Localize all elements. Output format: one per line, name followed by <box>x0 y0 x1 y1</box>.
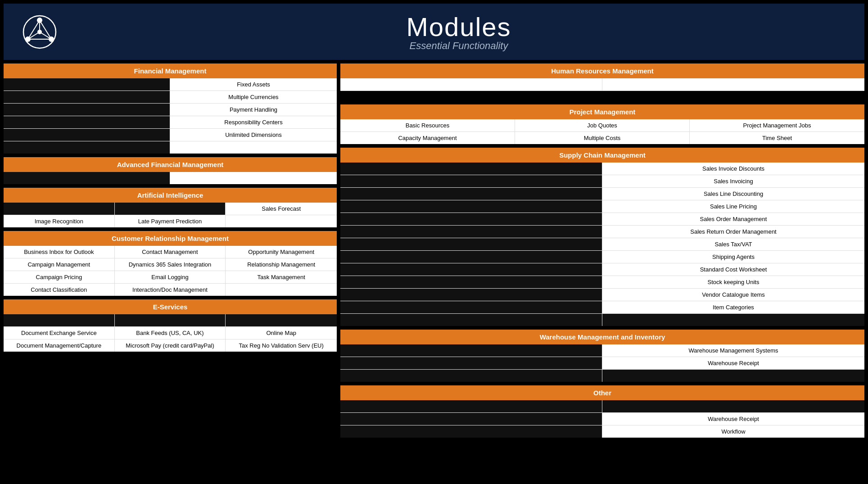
sc-sales-order-mgmt: Sales Order Management <box>602 213 864 225</box>
sc-dark: ​ <box>340 226 602 238</box>
table-row: ​ ​ <box>340 78 864 91</box>
ai-cell: ​ <box>4 203 115 215</box>
sc-shipping-agents: Shipping Agents <box>602 251 864 263</box>
sc-dark: ​ <box>340 200 602 213</box>
ai-late-payment: Late Payment Prediction <box>115 215 226 227</box>
advanced-financial-header: Advanced Financial Management <box>4 157 337 172</box>
sc-dark: ​ <box>340 238 602 250</box>
crm-relationship: Relationship Management <box>226 258 337 271</box>
wh-wms: Warehouse Management Systems <box>602 344 864 357</box>
fm-cell: ​ <box>4 104 170 116</box>
fm-responsibility-centers: Responsibility Centers <box>170 116 337 128</box>
crm-section: Customer Relationship Management Busines… <box>4 231 337 296</box>
ai-cell: ​ <box>115 203 226 215</box>
page-header: Modules Essential Functionality <box>4 4 864 60</box>
warehouse-header: Warehouse Management and Inventory <box>340 330 864 344</box>
crm-email-logging: Email Logging <box>115 271 226 283</box>
ai-sales-forecast: Sales Forecast <box>226 203 337 215</box>
table-row: ​ ​ <box>4 141 337 154</box>
crm-d365: Dynamics 365 Sales Integration <box>115 258 226 271</box>
table-row: ​ Sales Order Management <box>340 213 864 226</box>
supply-chain-body: ​ Sales Invoice Discounts ​ Sales Invoic… <box>340 163 864 326</box>
table-row: ​ ​ <box>340 314 864 326</box>
hr-header: Human Resources Management <box>340 63 864 78</box>
ai-section: Artificial Intelligence ​ ​ Sales Foreca… <box>4 188 337 227</box>
crm-opportunity: Opportunity Management <box>226 246 337 258</box>
table-row: Capacity Management Multiple Costs Time … <box>340 132 864 144</box>
table-row: ​ Sales Tax/VAT <box>340 238 864 251</box>
table-row: Contact Classification Interaction/Doc M… <box>4 284 337 296</box>
sc-standard-cost: Standard Cost Worksheet <box>602 263 864 276</box>
table-row: Image Recognition Late Payment Predictio… <box>4 215 337 227</box>
table-row: Campaign Pricing Email Logging Task Mana… <box>4 271 337 284</box>
table-row: ​ Item Categories <box>340 301 864 314</box>
ot-warehouse-receipt: Warehouse Receipt <box>602 413 864 425</box>
es-microsoft-pay: Microsoft Pay (credit card/PayPal) <box>115 339 226 352</box>
eservices-section: E-Services ​ ​ ​ Document Exchange Servi… <box>4 299 337 352</box>
ai-empty: ​ <box>226 215 337 227</box>
hr-spacer <box>340 91 864 101</box>
sc-dark: ​ <box>340 276 602 288</box>
left-column: Financial Management ​ Fixed Assets ​ Mu… <box>4 63 337 438</box>
fm-cell: ​ <box>4 141 170 154</box>
financial-management-body: ​ Fixed Assets ​ Multiple Currencies ​ P… <box>4 78 337 154</box>
crm-campaign-pricing: Campaign Pricing <box>4 271 115 283</box>
table-row: ​ Warehouse Receipt <box>340 357 864 370</box>
table-row: ​ Shipping Agents <box>340 251 864 263</box>
sc-item-categories: Item Categories <box>602 301 864 313</box>
crm-body: Business Inbox for Outlook Contact Manag… <box>4 246 337 296</box>
table-row: ​ Workflow <box>340 425 864 438</box>
crm-contact-mgmt: Contact Management <box>115 246 226 258</box>
es-tax-reg: Tax Reg No Validation Serv (EU) <box>226 339 337 352</box>
sc-dark: ​ <box>340 163 602 175</box>
ot-dark: ​ <box>340 400 602 412</box>
fm-cell: ​ <box>4 116 170 128</box>
sc-sales-line-pricing: Sales Line Pricing <box>602 200 864 213</box>
afm-empty: ​ <box>170 172 337 184</box>
page-title: Modules <box>406 12 511 42</box>
eservices-body: ​ ​ ​ Document Exchange Service Bank Fee… <box>4 314 337 352</box>
fm-cell: ​ <box>4 78 170 90</box>
sc-sales-invoicing: Sales Invoicing <box>602 175 864 187</box>
table-row: ​ Fixed Assets <box>4 78 337 91</box>
warehouse-section: Warehouse Management and Inventory ​ War… <box>340 330 864 382</box>
table-row: ​ ​ Sales Forecast <box>4 203 337 215</box>
fm-cell: ​ <box>4 91 170 103</box>
sc-sales-line-discounting: Sales Line Discounting <box>602 188 864 200</box>
pm-multiple-costs: Multiple Costs <box>515 132 690 144</box>
es-cell: ​ <box>4 314 115 326</box>
sc-dark: ​ <box>340 289 602 301</box>
sc-stock-keeping: Stock keeping Units <box>602 276 864 288</box>
table-row: Campaign Management Dynamics 365 Sales I… <box>4 258 337 271</box>
ot-dark: ​ <box>340 425 602 438</box>
project-management-section: Project Management Basic Resources Job Q… <box>340 104 864 144</box>
es-online-map: Online Map <box>226 327 337 339</box>
sc-sales-return-order: Sales Return Order Management <box>602 226 864 238</box>
advanced-financial-section: Advanced Financial Management ​ ​ <box>4 157 337 184</box>
other-section: Other ​ ​ ​ Warehouse Receipt ​ Workflow <box>340 385 864 438</box>
crm-biz-inbox: Business Inbox for Outlook <box>4 246 115 258</box>
pm-project-jobs: Project Management Jobs <box>690 119 864 131</box>
sc-dark: ​ <box>340 263 602 276</box>
hr-empty1: ​ <box>340 78 602 90</box>
hr-empty2: ​ <box>602 78 864 90</box>
table-row: ​ ​ <box>4 172 337 184</box>
crm-interaction-doc: Interaction/Doc Management <box>115 284 226 296</box>
supply-chain-section: Supply Chain Management ​ Sales Invoice … <box>340 148 864 326</box>
table-row: ​ Stock keeping Units <box>340 276 864 289</box>
pm-basic-resources: Basic Resources <box>340 119 515 131</box>
wh-dark2: ​ <box>602 370 864 382</box>
supply-chain-header: Supply Chain Management <box>340 148 864 163</box>
table-row: ​ Vendor Catalogue Items <box>340 289 864 301</box>
financial-management-header: Financial Management <box>4 63 337 78</box>
header-text: Modules Essential Functionality <box>71 12 846 52</box>
table-row: ​ Sales Invoice Discounts <box>340 163 864 175</box>
advanced-financial-body: ​ ​ <box>4 172 337 184</box>
table-row: ​ Warehouse Management Systems <box>340 344 864 357</box>
table-row: Document Management/Capture Microsoft Pa… <box>4 339 337 352</box>
table-row: ​ ​ <box>340 400 864 413</box>
svg-line-4 <box>28 20 40 39</box>
table-row: Basic Resources Job Quotes Project Manag… <box>340 119 864 132</box>
table-row: ​ Unlimited Dimensions <box>4 129 337 141</box>
crm-header: Customer Relationship Management <box>4 231 337 246</box>
